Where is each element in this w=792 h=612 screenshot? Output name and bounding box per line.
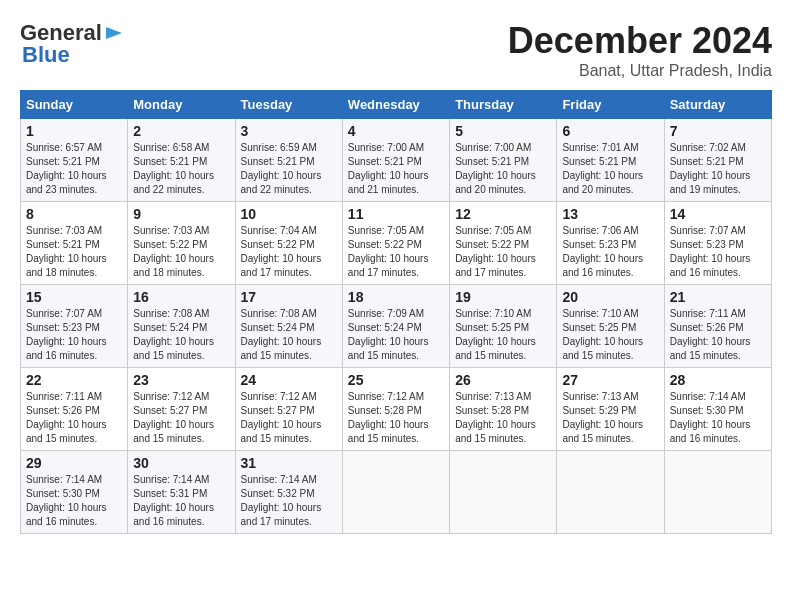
header-cell-tuesday: Tuesday bbox=[235, 91, 342, 119]
day-info: Sunrise: 7:11 AM Sunset: 5:26 PM Dayligh… bbox=[670, 307, 766, 363]
day-number: 23 bbox=[133, 372, 229, 388]
calendar-cell: 20Sunrise: 7:10 AM Sunset: 5:25 PM Dayli… bbox=[557, 285, 664, 368]
calendar-week-1: 1Sunrise: 6:57 AM Sunset: 5:21 PM Daylig… bbox=[21, 119, 772, 202]
svg-marker-0 bbox=[106, 27, 122, 39]
calendar-week-2: 8Sunrise: 7:03 AM Sunset: 5:21 PM Daylig… bbox=[21, 202, 772, 285]
day-info: Sunrise: 7:07 AM Sunset: 5:23 PM Dayligh… bbox=[670, 224, 766, 280]
calendar-cell: 15Sunrise: 7:07 AM Sunset: 5:23 PM Dayli… bbox=[21, 285, 128, 368]
day-info: Sunrise: 7:08 AM Sunset: 5:24 PM Dayligh… bbox=[241, 307, 337, 363]
calendar-week-3: 15Sunrise: 7:07 AM Sunset: 5:23 PM Dayli… bbox=[21, 285, 772, 368]
calendar-cell bbox=[664, 451, 771, 534]
day-info: Sunrise: 7:09 AM Sunset: 5:24 PM Dayligh… bbox=[348, 307, 444, 363]
header-cell-sunday: Sunday bbox=[21, 91, 128, 119]
day-info: Sunrise: 7:12 AM Sunset: 5:27 PM Dayligh… bbox=[241, 390, 337, 446]
calendar-cell: 23Sunrise: 7:12 AM Sunset: 5:27 PM Dayli… bbox=[128, 368, 235, 451]
day-number: 30 bbox=[133, 455, 229, 471]
day-info: Sunrise: 7:10 AM Sunset: 5:25 PM Dayligh… bbox=[562, 307, 658, 363]
day-number: 10 bbox=[241, 206, 337, 222]
day-number: 16 bbox=[133, 289, 229, 305]
header-cell-wednesday: Wednesday bbox=[342, 91, 449, 119]
calendar-cell: 9Sunrise: 7:03 AM Sunset: 5:22 PM Daylig… bbox=[128, 202, 235, 285]
calendar-cell: 14Sunrise: 7:07 AM Sunset: 5:23 PM Dayli… bbox=[664, 202, 771, 285]
day-number: 22 bbox=[26, 372, 122, 388]
calendar-cell: 27Sunrise: 7:13 AM Sunset: 5:29 PM Dayli… bbox=[557, 368, 664, 451]
day-number: 13 bbox=[562, 206, 658, 222]
day-number: 14 bbox=[670, 206, 766, 222]
calendar-cell: 21Sunrise: 7:11 AM Sunset: 5:26 PM Dayli… bbox=[664, 285, 771, 368]
calendar-cell bbox=[557, 451, 664, 534]
day-number: 31 bbox=[241, 455, 337, 471]
calendar-cell: 28Sunrise: 7:14 AM Sunset: 5:30 PM Dayli… bbox=[664, 368, 771, 451]
day-info: Sunrise: 7:08 AM Sunset: 5:24 PM Dayligh… bbox=[133, 307, 229, 363]
calendar-cell bbox=[450, 451, 557, 534]
day-info: Sunrise: 7:13 AM Sunset: 5:28 PM Dayligh… bbox=[455, 390, 551, 446]
day-number: 15 bbox=[26, 289, 122, 305]
calendar-header-row: SundayMondayTuesdayWednesdayThursdayFrid… bbox=[21, 91, 772, 119]
day-info: Sunrise: 7:12 AM Sunset: 5:28 PM Dayligh… bbox=[348, 390, 444, 446]
day-number: 12 bbox=[455, 206, 551, 222]
day-number: 4 bbox=[348, 123, 444, 139]
day-info: Sunrise: 7:14 AM Sunset: 5:32 PM Dayligh… bbox=[241, 473, 337, 529]
day-info: Sunrise: 7:13 AM Sunset: 5:29 PM Dayligh… bbox=[562, 390, 658, 446]
day-info: Sunrise: 7:10 AM Sunset: 5:25 PM Dayligh… bbox=[455, 307, 551, 363]
day-info: Sunrise: 7:01 AM Sunset: 5:21 PM Dayligh… bbox=[562, 141, 658, 197]
calendar-cell: 31Sunrise: 7:14 AM Sunset: 5:32 PM Dayli… bbox=[235, 451, 342, 534]
day-info: Sunrise: 7:14 AM Sunset: 5:31 PM Dayligh… bbox=[133, 473, 229, 529]
day-number: 9 bbox=[133, 206, 229, 222]
page-header: General Blue December 2024 Banat, Uttar … bbox=[20, 20, 772, 80]
day-info: Sunrise: 6:58 AM Sunset: 5:21 PM Dayligh… bbox=[133, 141, 229, 197]
day-number: 18 bbox=[348, 289, 444, 305]
day-info: Sunrise: 7:07 AM Sunset: 5:23 PM Dayligh… bbox=[26, 307, 122, 363]
calendar-cell: 3Sunrise: 6:59 AM Sunset: 5:21 PM Daylig… bbox=[235, 119, 342, 202]
day-info: Sunrise: 7:14 AM Sunset: 5:30 PM Dayligh… bbox=[26, 473, 122, 529]
header-cell-monday: Monday bbox=[128, 91, 235, 119]
day-info: Sunrise: 7:00 AM Sunset: 5:21 PM Dayligh… bbox=[348, 141, 444, 197]
calendar-cell: 7Sunrise: 7:02 AM Sunset: 5:21 PM Daylig… bbox=[664, 119, 771, 202]
day-number: 29 bbox=[26, 455, 122, 471]
day-number: 2 bbox=[133, 123, 229, 139]
day-info: Sunrise: 7:05 AM Sunset: 5:22 PM Dayligh… bbox=[348, 224, 444, 280]
logo-arrow-icon bbox=[104, 23, 124, 43]
calendar-week-5: 29Sunrise: 7:14 AM Sunset: 5:30 PM Dayli… bbox=[21, 451, 772, 534]
calendar-cell: 22Sunrise: 7:11 AM Sunset: 5:26 PM Dayli… bbox=[21, 368, 128, 451]
calendar-week-4: 22Sunrise: 7:11 AM Sunset: 5:26 PM Dayli… bbox=[21, 368, 772, 451]
day-info: Sunrise: 7:12 AM Sunset: 5:27 PM Dayligh… bbox=[133, 390, 229, 446]
calendar-cell: 12Sunrise: 7:05 AM Sunset: 5:22 PM Dayli… bbox=[450, 202, 557, 285]
calendar-cell: 25Sunrise: 7:12 AM Sunset: 5:28 PM Dayli… bbox=[342, 368, 449, 451]
calendar-cell: 24Sunrise: 7:12 AM Sunset: 5:27 PM Dayli… bbox=[235, 368, 342, 451]
day-number: 20 bbox=[562, 289, 658, 305]
day-number: 21 bbox=[670, 289, 766, 305]
calendar-cell: 4Sunrise: 7:00 AM Sunset: 5:21 PM Daylig… bbox=[342, 119, 449, 202]
calendar-body: 1Sunrise: 6:57 AM Sunset: 5:21 PM Daylig… bbox=[21, 119, 772, 534]
day-number: 28 bbox=[670, 372, 766, 388]
calendar-cell: 26Sunrise: 7:13 AM Sunset: 5:28 PM Dayli… bbox=[450, 368, 557, 451]
day-info: Sunrise: 7:11 AM Sunset: 5:26 PM Dayligh… bbox=[26, 390, 122, 446]
day-number: 3 bbox=[241, 123, 337, 139]
calendar-cell bbox=[342, 451, 449, 534]
calendar-cell: 11Sunrise: 7:05 AM Sunset: 5:22 PM Dayli… bbox=[342, 202, 449, 285]
day-info: Sunrise: 7:05 AM Sunset: 5:22 PM Dayligh… bbox=[455, 224, 551, 280]
day-info: Sunrise: 7:14 AM Sunset: 5:30 PM Dayligh… bbox=[670, 390, 766, 446]
day-number: 6 bbox=[562, 123, 658, 139]
day-info: Sunrise: 6:57 AM Sunset: 5:21 PM Dayligh… bbox=[26, 141, 122, 197]
day-info: Sunrise: 7:02 AM Sunset: 5:21 PM Dayligh… bbox=[670, 141, 766, 197]
calendar-cell: 6Sunrise: 7:01 AM Sunset: 5:21 PM Daylig… bbox=[557, 119, 664, 202]
day-info: Sunrise: 7:04 AM Sunset: 5:22 PM Dayligh… bbox=[241, 224, 337, 280]
header-cell-thursday: Thursday bbox=[450, 91, 557, 119]
calendar-cell: 13Sunrise: 7:06 AM Sunset: 5:23 PM Dayli… bbox=[557, 202, 664, 285]
day-number: 27 bbox=[562, 372, 658, 388]
calendar-cell: 8Sunrise: 7:03 AM Sunset: 5:21 PM Daylig… bbox=[21, 202, 128, 285]
calendar-cell: 17Sunrise: 7:08 AM Sunset: 5:24 PM Dayli… bbox=[235, 285, 342, 368]
header-cell-friday: Friday bbox=[557, 91, 664, 119]
day-number: 7 bbox=[670, 123, 766, 139]
day-info: Sunrise: 7:00 AM Sunset: 5:21 PM Dayligh… bbox=[455, 141, 551, 197]
day-number: 11 bbox=[348, 206, 444, 222]
day-number: 17 bbox=[241, 289, 337, 305]
title-block: December 2024 Banat, Uttar Pradesh, Indi… bbox=[508, 20, 772, 80]
calendar-cell: 19Sunrise: 7:10 AM Sunset: 5:25 PM Dayli… bbox=[450, 285, 557, 368]
calendar-cell: 5Sunrise: 7:00 AM Sunset: 5:21 PM Daylig… bbox=[450, 119, 557, 202]
day-number: 26 bbox=[455, 372, 551, 388]
day-number: 8 bbox=[26, 206, 122, 222]
day-info: Sunrise: 6:59 AM Sunset: 5:21 PM Dayligh… bbox=[241, 141, 337, 197]
calendar-table: SundayMondayTuesdayWednesdayThursdayFrid… bbox=[20, 90, 772, 534]
